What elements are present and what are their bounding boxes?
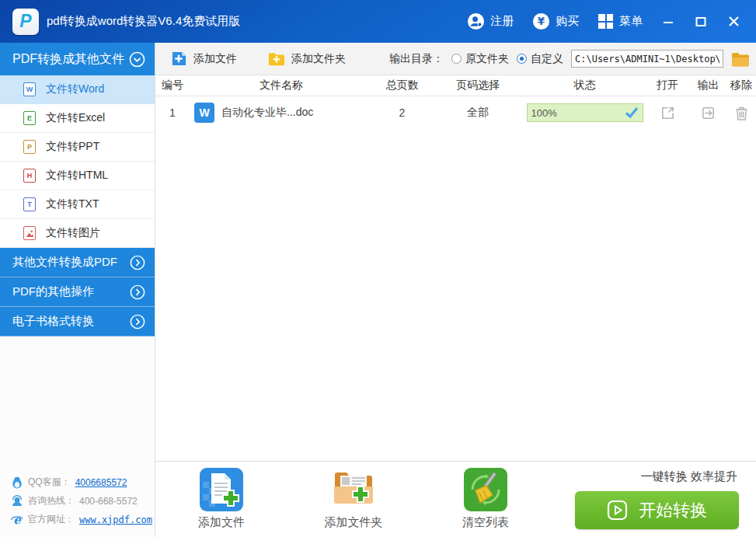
export-arrow-icon — [701, 106, 716, 120]
add-folder-big-icon — [331, 467, 376, 512]
clear-list-big-button[interactable]: 清空列表 — [439, 467, 532, 530]
sidebar-item-label: 文件转PPT — [46, 140, 99, 154]
sidebar-section-label: PDF的其他操作 — [12, 284, 130, 299]
sidebar-item-pdf-to-html[interactable]: H 文件转HTML — [0, 162, 155, 190]
start-convert-label: 开始转换 — [639, 499, 707, 522]
folder-icon — [731, 51, 750, 67]
col-header-filename: 文件名称 — [190, 78, 373, 92]
col-header-pages: 总页数 — [373, 78, 431, 92]
sidebar-item-pdf-to-txt[interactable]: T 文件转TXT — [0, 190, 155, 219]
sidebar: PDF转换成其他文件 W 文件转Word E 文件转Excel P 文件转PPT… — [0, 43, 155, 537]
website-link[interactable]: www.xjpdf.com — [79, 514, 152, 525]
start-convert-button[interactable]: 开始转换 — [575, 491, 739, 529]
website-label: 官方网址： — [28, 513, 75, 526]
register-button[interactable]: 注册 — [459, 8, 521, 35]
clear-list-big-icon — [463, 467, 508, 512]
menu-label: 菜单 — [619, 14, 643, 29]
sidebar-section-ebook-convert[interactable]: 电子书格式转换 — [0, 307, 155, 336]
word-doc-icon: W — [23, 82, 36, 96]
file-table-header: 编号 文件名称 总页数 页码选择 状态 打开 输出 移除 — [155, 75, 756, 96]
open-file-button[interactable] — [645, 106, 690, 120]
trash-icon — [735, 106, 748, 120]
sidebar-item-pdf-to-image[interactable]: 文件转图片 — [0, 219, 155, 248]
image-icon — [23, 226, 36, 240]
col-header-status: 状态 — [524, 78, 645, 92]
table-row: 1 W 自动化专业毕...doc 2 全部 100% — [155, 96, 756, 129]
chevron-right-circle-icon — [130, 284, 145, 300]
sidebar-section-pdf-to-other[interactable]: PDF转换成其他文件 — [0, 43, 155, 75]
sidebar-section-label: PDF转换成其他文件 — [12, 51, 129, 68]
row-status-cell: 100% — [524, 103, 645, 122]
row-number: 1 — [155, 106, 190, 119]
qq-icon — [11, 476, 23, 489]
hotline-row: 咨询热线： 400-668-5572 — [11, 494, 155, 507]
clear-list-big-label: 清空列表 — [462, 515, 509, 530]
minimize-button[interactable] — [653, 9, 683, 34]
close-icon — [728, 16, 740, 27]
menu-button[interactable]: 菜单 — [590, 9, 650, 34]
sidebar-spacer — [0, 336, 155, 476]
svg-text:e: e — [13, 514, 22, 526]
radio-source-folder[interactable]: 原文件夹 — [451, 52, 509, 66]
open-output-button[interactable] — [690, 106, 726, 120]
browse-folder-button[interactable] — [731, 51, 750, 67]
main-panel: 添加文件 添加文件夹 输出目录： 原文件夹 自定义 — [155, 43, 756, 537]
col-header-open: 打开 — [645, 78, 690, 92]
word-file-icon: W — [194, 103, 214, 123]
radio-custom-folder[interactable]: 自定义 — [517, 52, 563, 66]
sidebar-item-pdf-to-ppt[interactable]: P 文件转PPT — [0, 133, 155, 162]
minimize-icon — [663, 16, 674, 27]
hotline-number: 400-668-5572 — [79, 496, 138, 507]
progress-value: 100% — [531, 107, 625, 119]
slogan-text: 一键转换 效率提升 — [641, 469, 737, 484]
progress-bar: 100% — [527, 103, 643, 122]
sidebar-section-other-to-pdf[interactable]: 其他文件转换成PDF — [0, 248, 155, 277]
sidebar-item-pdf-to-excel[interactable]: E 文件转Excel — [0, 104, 155, 133]
maximize-button[interactable] — [686, 9, 716, 34]
excel-doc-icon: E — [23, 111, 36, 125]
col-header-remove: 移除 — [726, 78, 756, 92]
output-path-input[interactable] — [571, 50, 723, 68]
output-dir-label: 输出目录： — [389, 52, 444, 66]
radio-dot — [451, 54, 462, 64]
app-window: P pdf转换成word转换器V6.4免费试用版 注册 ¥ 购买 — [0, 0, 756, 537]
play-icon — [607, 500, 628, 521]
sidebar-item-label: 文件转HTML — [46, 169, 108, 183]
row-page-count: 2 — [373, 106, 431, 119]
chevron-right-circle-icon — [130, 255, 145, 270]
chevron-down-circle-icon — [129, 51, 145, 68]
buy-button[interactable]: ¥ 购买 — [524, 8, 587, 35]
qq-support-row: QQ客服： 4006685572 — [11, 476, 155, 489]
close-button[interactable] — [719, 9, 748, 34]
footer-bar: 添加文件 添加文件夹 — [155, 461, 756, 537]
html-doc-icon: H — [23, 169, 36, 183]
add-folder-big-button[interactable]: 添加文件夹 — [307, 467, 400, 530]
sidebar-item-pdf-to-word[interactable]: W 文件转Word — [0, 75, 155, 104]
titlebar: P pdf转换成word转换器V6.4免费试用版 注册 ¥ 购买 — [0, 0, 756, 43]
window-title: pdf转换成word转换器V6.4免费试用版 — [47, 14, 240, 29]
sidebar-section-label: 其他文件转换成PDF — [12, 255, 130, 270]
svg-text:¥: ¥ — [538, 16, 545, 27]
chevron-right-circle-icon — [130, 314, 145, 330]
sidebar-section-pdf-other-ops[interactable]: PDF的其他操作 — [0, 277, 155, 307]
col-header-number: 编号 — [155, 78, 190, 92]
radio-dot — [517, 54, 527, 64]
add-folder-big-label: 添加文件夹 — [325, 515, 383, 530]
radio-source-label: 原文件夹 — [465, 52, 509, 66]
sidebar-item-label: 文件转TXT — [46, 197, 99, 211]
remove-file-button[interactable] — [726, 106, 756, 120]
sidebar-item-label: 文件转Excel — [46, 111, 105, 125]
add-file-big-button[interactable]: 添加文件 — [175, 467, 268, 530]
contact-info: QQ客服： 4006685572 咨询热线： 400-668-5572 e — [0, 476, 155, 537]
qq-number-link[interactable]: 4006685572 — [75, 477, 127, 488]
add-folder-button[interactable]: 添加文件夹 — [263, 48, 350, 69]
txt-doc-icon: T — [23, 197, 36, 211]
add-folder-label: 添加文件夹 — [291, 52, 346, 66]
col-header-output: 输出 — [690, 78, 726, 92]
row-page-range[interactable]: 全部 — [431, 106, 524, 120]
row-filename: 自动化专业毕...doc — [221, 106, 313, 120]
qq-label: QQ客服： — [28, 476, 71, 489]
grid-menu-icon — [597, 13, 614, 30]
add-folder-icon — [268, 51, 285, 66]
add-file-button[interactable]: 添加文件 — [166, 47, 242, 70]
